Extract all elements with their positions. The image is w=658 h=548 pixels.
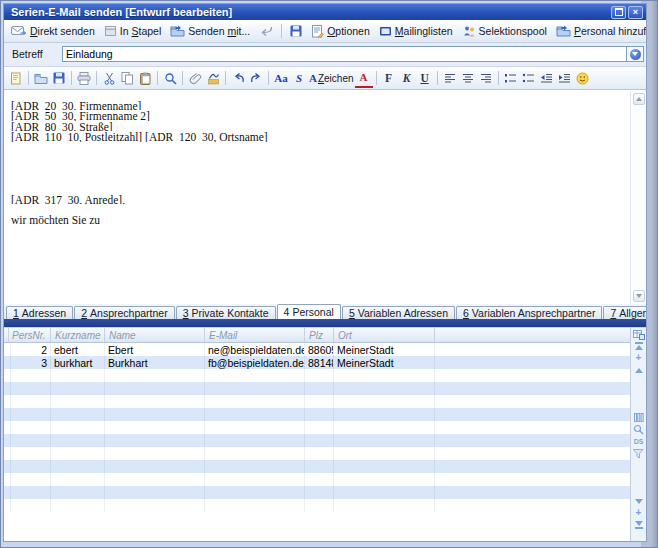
column-header-kurzname[interactable]: Kurzname [51, 328, 105, 342]
new-document-button[interactable] [7, 69, 25, 87]
cell-ort: MeinerStadt [334, 343, 435, 356]
empty-row[interactable] [4, 486, 630, 499]
editor-scrollbar[interactable] [630, 91, 646, 304]
open-button[interactable] [32, 69, 50, 87]
empty-row[interactable] [4, 473, 630, 486]
save-button-small[interactable] [50, 69, 68, 87]
empty-row[interactable] [4, 395, 630, 408]
underline-button[interactable]: U [416, 69, 434, 87]
signature-button[interactable] [204, 69, 222, 87]
selektionspool-button[interactable]: Selektionspool [458, 24, 551, 38]
blank-line [11, 152, 626, 162]
toolbar-separator [225, 71, 226, 85]
blank-line [11, 162, 626, 172]
empty-row[interactable] [4, 460, 630, 473]
attach-button[interactable] [186, 69, 204, 87]
empty-row[interactable] [4, 369, 630, 382]
new-record-button[interactable]: + [636, 352, 642, 364]
optionen-button[interactable]: Optionen [307, 24, 374, 39]
dataset-button[interactable]: DS [634, 436, 644, 448]
empty-row[interactable] [4, 447, 630, 460]
undo-button[interactable] [229, 69, 247, 87]
table-row[interactable]: 2 ebert Ebert ne@beispieldaten.de 88605 … [4, 343, 630, 356]
subject-dropdown-button[interactable] [627, 46, 644, 62]
tab-private-kontakte[interactable]: 3Private Kontakte [176, 306, 276, 319]
character-format-button[interactable]: AZeichen [308, 69, 355, 87]
cell-name: Burkhart [105, 356, 205, 369]
font-button[interactable]: Aa [272, 69, 290, 87]
search-icon [164, 72, 177, 85]
smiley-icon [576, 72, 589, 85]
columns-view-button[interactable] [634, 412, 644, 424]
message-body[interactable]: [ADR_20_30, Firmenname] [ADR_50_30, Firm… [4, 91, 630, 304]
cut-scissors-icon [103, 72, 116, 85]
column-header-ort[interactable]: Ort [334, 328, 435, 342]
column-header-filler [435, 328, 630, 342]
last-record-button[interactable] [635, 519, 643, 531]
redo-icon [250, 72, 263, 84]
align-left-button[interactable] [441, 69, 459, 87]
tab-adressen[interactable]: 1Adressen [6, 306, 73, 319]
close-button[interactable]: × [628, 6, 643, 19]
previous-record-button[interactable] [635, 364, 643, 376]
direkt-senden-button[interactable]: Direkt senden [7, 24, 99, 38]
column-header-email[interactable]: E-Mail [205, 328, 305, 342]
empty-row[interactable] [4, 382, 630, 395]
next-record-button[interactable] [635, 495, 643, 507]
scroll-up-button[interactable] [633, 93, 645, 105]
blank-line [11, 142, 626, 152]
redo-button[interactable] [247, 69, 265, 87]
bullet-list-button[interactable] [520, 69, 538, 87]
numbered-list-button[interactable] [502, 69, 520, 87]
empty-row[interactable] [4, 434, 630, 447]
send-later-button[interactable] [255, 24, 277, 38]
tab-variablen-adressen[interactable]: 5Variablen Adressen [342, 306, 455, 319]
empty-row[interactable] [4, 499, 630, 512]
bold-button[interactable]: F [380, 69, 398, 87]
mailinglisten-button[interactable]: Mailinglisten [375, 24, 457, 38]
in-stapel-button[interactable]: In Stapel [100, 24, 165, 38]
style-button[interactable]: S [290, 69, 308, 87]
align-center-button[interactable] [459, 69, 477, 87]
smiley-button[interactable] [574, 69, 592, 87]
print-button[interactable] [75, 69, 93, 87]
column-header-persnr[interactable]: PersNr. [8, 328, 51, 342]
save-button[interactable] [286, 24, 306, 38]
filter-button[interactable] [633, 448, 644, 460]
arrow-up-icon [635, 368, 643, 373]
copy-button[interactable] [118, 69, 136, 87]
scroll-down-button[interactable] [633, 290, 645, 302]
first-record-button[interactable] [635, 340, 643, 352]
toolbar-separator [437, 71, 438, 85]
empty-row[interactable] [4, 408, 630, 421]
personal-hinzufuegen-button[interactable]: Personal hinzufügen [552, 24, 647, 38]
align-right-button[interactable] [477, 69, 495, 87]
outdent-button[interactable] [538, 69, 556, 87]
search-record-button[interactable] [633, 424, 644, 436]
column-chooser-button[interactable] [633, 328, 645, 340]
format-toolbar: Aa S AZeichen A F K U [4, 67, 646, 90]
subject-input[interactable] [62, 46, 627, 62]
font-color-button[interactable]: A [355, 68, 373, 88]
cut-button[interactable] [100, 69, 118, 87]
tab-ansprechpartner[interactable]: 2Ansprechpartner [74, 306, 174, 319]
indent-button[interactable] [556, 69, 574, 87]
italic-button[interactable]: K [398, 69, 416, 87]
undo-icon [232, 72, 245, 84]
restore-button[interactable] [611, 6, 626, 19]
add-record-button[interactable]: + [636, 507, 642, 519]
tab-personal[interactable]: 4Personal [277, 304, 341, 319]
filter-funnel-icon [633, 449, 644, 459]
records-table: PersNr. Kurzname Name E-Mail Plz Ort 2 e… [4, 328, 630, 541]
message-editor[interactable]: [ADR_20_30, Firmenname] [ADR_50_30, Firm… [4, 90, 646, 304]
senden-mit-button[interactable]: Senden mit... [166, 24, 254, 38]
table-row[interactable]: 3 burkhart Burkhart fb@beispieldaten.de … [4, 356, 630, 369]
add-person-folder-icon [556, 25, 571, 37]
column-header-plz[interactable]: Plz [305, 328, 334, 342]
column-header-name[interactable]: Name [105, 328, 205, 342]
empty-row[interactable] [4, 421, 630, 434]
tab-allgemeine-variablen[interactable]: 7Allgemeine Variablen [603, 306, 647, 319]
tab-variablen-ansprechpartner[interactable]: 6Variablen Ansprechpartner [456, 306, 602, 319]
paste-button[interactable] [136, 69, 154, 87]
search-button[interactable] [161, 69, 179, 87]
